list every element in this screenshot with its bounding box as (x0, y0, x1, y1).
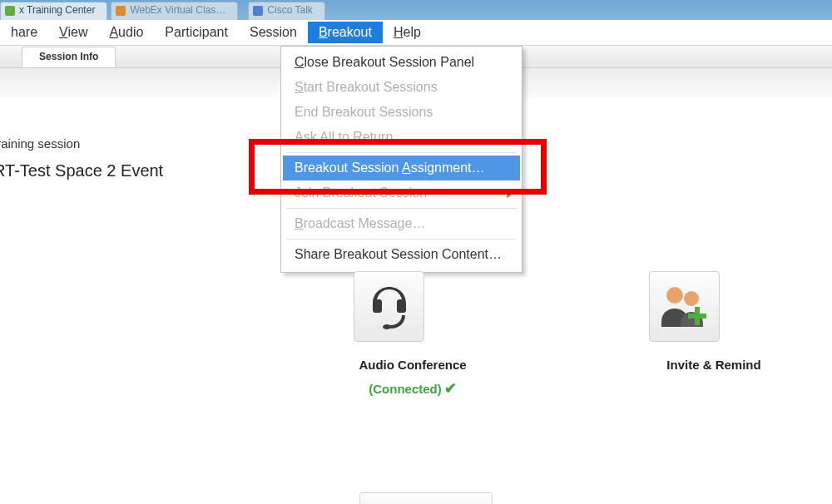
invite-people-icon (658, 282, 711, 332)
submenu-arrow-icon: ▸ (507, 189, 512, 200)
dd-broadcast: Broadcast Message… (283, 211, 520, 236)
app-menubar: hare View Audio Participant Session Brea… (0, 20, 832, 46)
session-title: RT-Test Space 2 Event (0, 161, 163, 180)
dd-join-session: Join Breakout Session▸ (283, 180, 520, 205)
menu-view[interactable]: View (48, 22, 98, 43)
tab-label: WebEx Virtual Clas… (130, 4, 225, 16)
dd-start-sessions: Start Breakout Sessions (283, 75, 520, 100)
dd-end-sessions: End Breakout Sessions (283, 100, 520, 125)
browser-tab-virtual-class[interactable]: WebEx Virtual Clas… (111, 2, 238, 20)
check-icon: ✔ (444, 380, 457, 397)
browser-tabstrip: x Training Center WebEx Virtual Clas… Ci… (0, 0, 832, 20)
invite-remind-tile[interactable] (649, 271, 720, 342)
browser-tab-training-center[interactable]: x Training Center (0, 2, 107, 20)
dd-breakout-assignment[interactable]: Breakout Session Assignment… (283, 156, 520, 180)
favicon-icon (116, 6, 126, 16)
partial-button[interactable] (359, 492, 493, 504)
menu-breakout[interactable]: Breakout (308, 22, 383, 43)
audio-conference-tile[interactable] (354, 271, 424, 342)
dd-ask-return: Ask All to Return (283, 125, 520, 150)
favicon-icon (253, 6, 263, 16)
svg-rect-4 (688, 314, 706, 319)
menu-help[interactable]: Help (383, 22, 432, 43)
menu-share[interactable]: hare (0, 22, 48, 43)
menu-session[interactable]: Session (239, 22, 308, 43)
tab-label: Cisco Talk (267, 4, 312, 16)
menu-separator (286, 239, 517, 240)
breakout-dropdown: Close Breakout Session Panel Start Break… (280, 46, 522, 273)
menu-separator (286, 208, 517, 209)
browser-tab-cisco[interactable]: Cisco Talk (248, 2, 324, 20)
menu-participant[interactable]: Participant (154, 22, 239, 43)
menu-audio[interactable]: Audio (98, 22, 154, 43)
svg-point-0 (383, 324, 391, 329)
dd-close-panel[interactable]: Close Breakout Session Panel (283, 50, 520, 75)
audio-conference-label: Audio Conference (329, 358, 496, 372)
headset-icon (364, 282, 414, 332)
invite-remind-label: Invite & Remind (631, 358, 797, 372)
dd-share-content[interactable]: Share Breakout Session Content… (283, 242, 520, 267)
tab-label: x Training Center (19, 4, 95, 16)
audio-status: (Connected)✔ (329, 379, 496, 398)
tab-session-info[interactable]: Session Info (22, 47, 116, 67)
svg-point-2 (684, 291, 699, 306)
svg-point-1 (666, 287, 683, 304)
favicon-icon (5, 6, 15, 16)
menu-separator (286, 152, 517, 153)
session-type-label: training session (0, 136, 80, 151)
